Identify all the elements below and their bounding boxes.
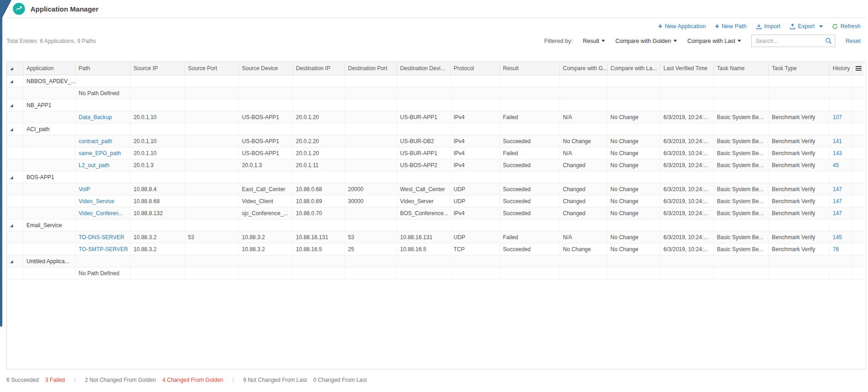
collapse-triangle-icon[interactable]: ◢ (10, 66, 13, 71)
filter-dropdown-compare-golden[interactable]: Compare with Golden (615, 38, 677, 44)
collapsed-side-panel-strip[interactable] (0, 0, 2, 326)
expand-cell[interactable]: ◢ (7, 255, 23, 267)
cell-task_type: Benchmark Verify (768, 231, 829, 243)
path-link[interactable]: Data_Backup (79, 114, 112, 121)
empty-cell (238, 87, 292, 99)
cell-history[interactable]: 141 (829, 135, 852, 147)
collapse-all-header[interactable]: ◢ (7, 62, 23, 75)
expand-cell[interactable]: ◢ (7, 219, 23, 231)
column-header-compare_golden[interactable]: Compare with G... (559, 62, 607, 75)
cell-history[interactable]: 143 (829, 147, 852, 159)
path-link[interactable]: VoIP (79, 186, 90, 193)
collapse-triangle-icon[interactable]: ◢ (10, 79, 13, 84)
path-name-cell[interactable]: same_EPG_path (75, 147, 130, 159)
collapse-triangle-icon[interactable]: ◢ (10, 175, 13, 180)
path-link[interactable]: L2_out_path (79, 162, 110, 169)
column-menu-icon[interactable] (856, 66, 862, 71)
collapse-triangle-icon[interactable]: ◢ (10, 127, 13, 132)
column-header-source_port[interactable]: Source Port (184, 62, 238, 75)
search-box[interactable] (751, 35, 835, 47)
history-link[interactable]: 76 (833, 246, 839, 253)
cell-history[interactable]: 147 (829, 207, 852, 219)
empty-cell (607, 87, 660, 99)
path-link[interactable]: Video_Service (79, 198, 114, 205)
cell-history[interactable]: 147 (829, 195, 852, 207)
new-application-button[interactable]: + New Application (658, 23, 706, 30)
column-header-task_name[interactable]: Task Name (713, 62, 768, 75)
column-header-source_device[interactable]: Source Device (238, 62, 292, 75)
path-name-cell[interactable]: TO-SMTP-SERVER (75, 243, 130, 255)
expand-cell[interactable]: ◢ (7, 123, 23, 135)
status-count: 9 Not Changed From Last (243, 377, 307, 383)
path-link[interactable]: TO-DNS-SERVER (79, 234, 125, 241)
collapse-triangle-icon[interactable]: ◢ (10, 103, 13, 108)
column-header-application[interactable]: Application (23, 62, 75, 75)
collapse-triangle-icon[interactable]: ◢ (10, 259, 13, 264)
path-link[interactable]: Video_Conferen... (79, 210, 124, 217)
history-link[interactable]: 45 (833, 162, 839, 169)
search-input[interactable] (755, 37, 825, 45)
history-link[interactable]: 147 (833, 210, 842, 217)
cell-task_name: Basic System Be... (713, 183, 768, 195)
search-icon[interactable] (825, 37, 832, 44)
empty-cell (397, 255, 450, 267)
refresh-button[interactable]: Refresh (832, 23, 861, 30)
expand-cell[interactable]: ◢ (7, 99, 23, 111)
path-name-cell[interactable]: TO-DNS-SERVER (75, 231, 130, 243)
cell-history[interactable]: 147 (829, 183, 852, 195)
cell-history[interactable]: 45 (829, 159, 852, 171)
filter-dropdown-compare-last[interactable]: Compare with Last (687, 38, 741, 44)
column-header-dest_ip[interactable]: Destination IP (292, 62, 345, 75)
cell-history[interactable]: 145 (829, 231, 852, 243)
empty-cell (238, 171, 292, 183)
empty-cell (660, 171, 713, 183)
path-name-cell[interactable]: Video_Conferen... (75, 207, 130, 219)
column-menu-header[interactable] (852, 62, 863, 75)
path-link[interactable]: TO-SMTP-SERVER (79, 246, 128, 253)
column-header-dest_port[interactable]: Destination Port (345, 62, 397, 75)
column-header-protocol[interactable]: Protocol (450, 62, 499, 75)
path-name-cell[interactable]: Data_Backup (75, 111, 130, 123)
history-link[interactable]: 147 (833, 198, 842, 205)
new-path-button[interactable]: + New Path (715, 23, 747, 30)
import-button[interactable]: Import (756, 23, 780, 30)
history-link[interactable]: 141 (833, 138, 842, 145)
history-link[interactable]: 145 (833, 234, 842, 241)
column-header-result[interactable]: Result (499, 62, 559, 75)
cell-compare_golden: Changed (559, 183, 607, 195)
collapse-triangle-icon[interactable]: ◢ (10, 223, 13, 228)
history-link[interactable]: 147 (833, 186, 842, 193)
empty-cell (292, 99, 345, 111)
empty-cell (852, 267, 863, 279)
history-link[interactable]: 143 (833, 150, 842, 157)
column-header-compare_last[interactable]: Compare with La... (607, 62, 660, 75)
column-header-task_type[interactable]: Task Type (768, 62, 829, 75)
empty-cell (130, 171, 184, 183)
expand-cell[interactable]: ◢ (7, 171, 23, 183)
upload-icon (790, 24, 796, 30)
application-name: ACI_path (27, 126, 50, 133)
path-link[interactable]: same_EPG_path (79, 150, 121, 157)
cell-history[interactable]: 107 (829, 111, 852, 123)
filter-dropdown-result[interactable]: Result (583, 38, 605, 44)
cell-dest_ip: 10.88.16.131 (292, 231, 345, 243)
column-header-last_verified[interactable]: Last Verified Time (660, 62, 713, 75)
cell-history[interactable]: 76 (829, 243, 852, 255)
path-link[interactable]: contract_path (79, 138, 113, 145)
column-header-dest_device[interactable]: Destination Devi... (397, 62, 450, 75)
empty-cell (499, 171, 559, 183)
column-header-history[interactable]: History (829, 62, 852, 75)
column-header-path[interactable]: Path (75, 62, 130, 75)
history-link[interactable]: 107 (833, 114, 842, 121)
export-button[interactable]: Export (790, 23, 823, 30)
column-header-source_ip[interactable]: Source IP (130, 62, 184, 75)
empty-cell (450, 219, 499, 231)
path-name-cell[interactable]: Video_Service (75, 195, 130, 207)
path-name-cell[interactable]: contract_path (75, 135, 130, 147)
application-name-cell (23, 243, 75, 255)
path-name-cell[interactable]: L2_out_path (75, 159, 130, 171)
reset-button[interactable]: Reset (845, 38, 861, 44)
path-name-cell[interactable]: VoIP (75, 183, 130, 195)
expand-cell[interactable]: ◢ (7, 75, 23, 87)
cell-source_device: US-BOS-APP1 (238, 147, 292, 159)
